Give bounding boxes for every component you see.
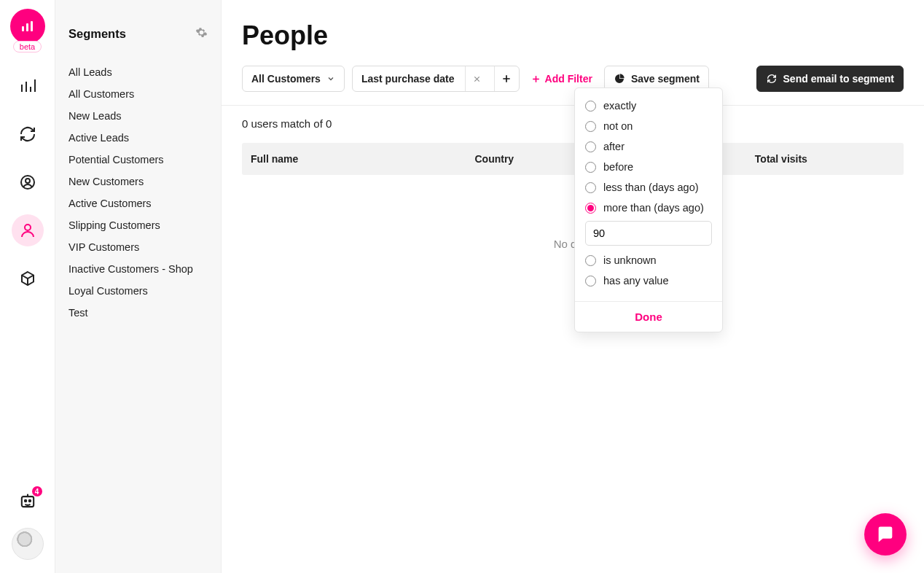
bot-badge: 4 [32, 486, 42, 496]
active-filter-label: Last purchase date [361, 73, 459, 85]
col-full-name[interactable]: Full name [251, 153, 474, 165]
chevron-down-icon [326, 74, 335, 83]
filter-option-label: has any value [603, 275, 668, 286]
support-icon [19, 174, 36, 191]
radio-icon [585, 141, 596, 152]
filter-option-exactly[interactable]: exactly [585, 96, 712, 116]
app-logo[interactable] [10, 9, 45, 44]
match-count-text: 0 users match of 0 [242, 106, 904, 143]
segment-item[interactable]: New Customers [68, 171, 208, 192]
people-icon [19, 222, 36, 239]
svg-rect-1 [26, 23, 28, 31]
nav-products[interactable] [12, 262, 44, 295]
send-email-label: Send email to segment [783, 73, 894, 85]
nav-analytics[interactable] [12, 70, 44, 102]
table-empty-state: No data [242, 175, 904, 250]
svg-rect-2 [31, 21, 33, 31]
user-avatar[interactable] [12, 528, 44, 560]
segment-item[interactable]: All Customers [68, 83, 208, 105]
add-condition-button[interactable] [494, 66, 519, 91]
sidebar-title: Segments [68, 27, 126, 41]
pie-icon [614, 73, 625, 85]
filter-option-more_than[interactable]: more than (days ago) [585, 198, 712, 218]
filter-option-has_any_value[interactable]: has any value [585, 270, 712, 291]
filter-option-label: exactly [603, 100, 636, 112]
gear-icon [195, 26, 208, 39]
filter-option-before[interactable]: before [585, 157, 712, 177]
main-content: People All Customers Last purchase date [222, 0, 924, 573]
plus-icon [501, 74, 512, 84]
radio-icon [585, 255, 596, 266]
segment-list: All LeadsAll CustomersNew LeadsActive Le… [68, 61, 208, 324]
segment-item[interactable]: All Leads [68, 61, 208, 83]
svg-point-12 [24, 500, 26, 502]
filter-option-label: more than (days ago) [603, 202, 704, 214]
save-segment-label: Save segment [631, 73, 700, 85]
nav-people[interactable] [12, 214, 44, 246]
add-filter-button[interactable]: Add Filter [527, 73, 597, 85]
add-filter-label: Add Filter [545, 73, 592, 85]
filter-option-label: not on [603, 120, 633, 132]
svg-rect-0 [22, 26, 24, 31]
radio-icon [585, 276, 596, 286]
beta-badge: beta [13, 41, 42, 52]
radio-icon [585, 101, 596, 112]
chat-launcher[interactable] [864, 513, 907, 556]
segment-select[interactable]: All Customers [242, 66, 345, 92]
radio-icon [585, 203, 596, 214]
bar-chart-icon [19, 17, 36, 35]
radio-icon [585, 162, 596, 173]
sync-icon [19, 125, 36, 143]
col-total-visits[interactable]: Total visits [755, 153, 895, 165]
segment-item[interactable]: Active Customers [68, 192, 208, 214]
close-icon [473, 75, 481, 83]
filter-option-label: is unknown [603, 254, 657, 266]
filter-option-label: before [603, 161, 633, 173]
segment-item[interactable]: Inactive Customers - Shop [68, 258, 208, 280]
filter-option-is_unknown[interactable]: is unknown [585, 250, 712, 270]
segments-settings-button[interactable] [195, 26, 208, 41]
segments-sidebar: Segments All LeadsAll CustomersNew Leads… [55, 0, 222, 573]
svg-point-9 [25, 225, 31, 230]
nav-support[interactable] [12, 166, 44, 198]
nav-sync[interactable] [12, 118, 44, 150]
segment-select-label: All Customers [251, 73, 321, 85]
segment-item[interactable]: Active Leads [68, 127, 208, 149]
days-input[interactable] [585, 221, 712, 246]
segment-item[interactable]: Potential Customers [68, 149, 208, 171]
done-button[interactable]: Done [635, 311, 662, 323]
filter-option-not_on[interactable]: not on [585, 116, 712, 136]
svg-point-8 [26, 179, 30, 183]
filter-option-less_than[interactable]: less than (days ago) [585, 177, 712, 198]
segment-item[interactable]: New Leads [68, 105, 208, 127]
segment-item[interactable]: Loyal Customers [68, 280, 208, 302]
table-header: Full name Country Last visit Total visit… [242, 143, 904, 175]
filter-option-label: less than (days ago) [603, 182, 699, 193]
nav-rail: beta [0, 0, 55, 573]
bot-button[interactable]: 4 [17, 491, 38, 513]
filter-option-after[interactable]: after [585, 136, 712, 157]
svg-point-13 [28, 500, 30, 502]
send-email-button[interactable]: Send email to segment [756, 66, 904, 92]
segment-item[interactable]: VIP Customers [68, 236, 208, 258]
active-filter-chip[interactable]: Last purchase date [352, 66, 520, 92]
page-title: People [242, 20, 904, 51]
segment-item[interactable]: Slipping Customers [68, 214, 208, 236]
chart-icon [19, 77, 36, 95]
filter-operator-dropdown: exactlynot onafterbeforeless than (days … [574, 87, 723, 332]
logo-wrap: beta [10, 9, 45, 52]
segment-item[interactable]: Test [68, 302, 208, 324]
filter-toolbar: All Customers Last purchase date Add Fil… [242, 66, 904, 92]
plus-icon [531, 74, 541, 84]
radio-icon [585, 182, 596, 193]
filter-option-label: after [603, 141, 625, 152]
refresh-icon [766, 73, 778, 85]
radio-icon [585, 121, 596, 132]
box-icon [19, 270, 36, 287]
remove-filter-button[interactable] [465, 66, 488, 91]
chat-icon [875, 524, 896, 545]
